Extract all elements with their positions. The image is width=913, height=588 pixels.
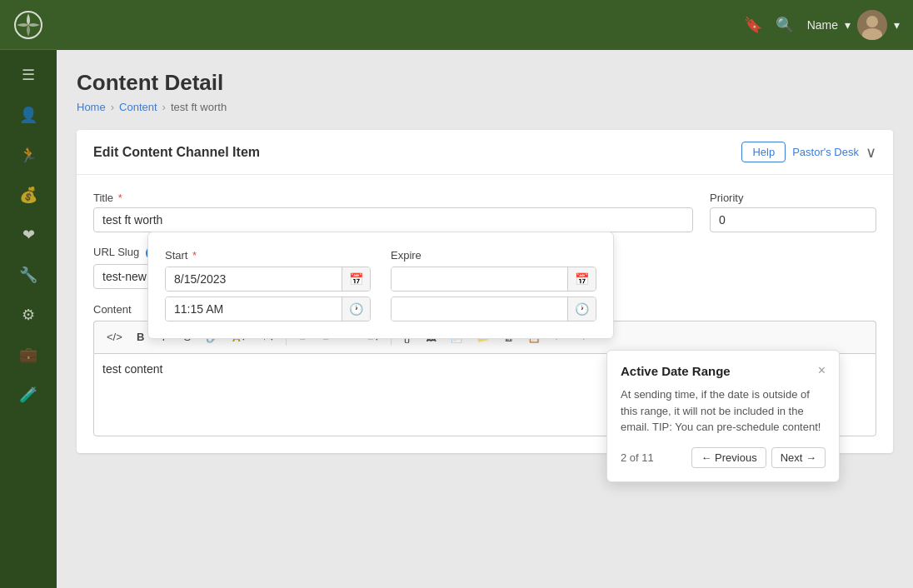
chevron-down-icon[interactable]: ∨ — [866, 143, 876, 162]
page-title: Content Detail — [77, 70, 893, 96]
briefcase-icon: 💼 — [19, 346, 37, 364]
topnav: 🔖 🔍 Name ▾ ▾ — [57, 0, 913, 50]
start-time-input-group: 🕐 — [165, 296, 371, 321]
expire-time-input[interactable] — [392, 297, 567, 321]
tooltip-nav: ← Previous Next → — [691, 447, 826, 468]
activity-icon: 🏃 — [19, 146, 37, 164]
expire-label: Expire — [391, 249, 596, 262]
expire-time-clock-btn[interactable]: 🕐 — [567, 297, 596, 321]
calendar-icon-2: 📅 — [575, 272, 589, 286]
editor-text: test content — [102, 362, 162, 376]
expire-date-col: Expire 📅 🕐 — [391, 249, 596, 321]
start-date-input-group: 📅 — [165, 267, 371, 292]
expire-date-input-group: 📅 — [391, 267, 596, 292]
clock-icon-2: 🕐 — [575, 302, 589, 316]
breadcrumb-current: test ft worth — [171, 101, 227, 113]
title-group: Title * — [93, 192, 693, 232]
sidebar-item-menu[interactable]: ☰ — [10, 57, 47, 93]
sidebar-item-briefcase[interactable]: 💼 — [10, 336, 47, 373]
expire-time-input-group: 🕐 — [391, 296, 596, 321]
date-area-popup: Start * 📅 🕐 — [147, 232, 614, 339]
sidebar-item-health[interactable]: ❤ — [10, 217, 47, 253]
breadcrumb-content[interactable]: Content — [119, 101, 157, 113]
start-date-col: Start * 📅 🕐 — [165, 249, 371, 321]
menu-icon: ☰ — [22, 66, 35, 84]
page-content: Content Detail Home › Content › test ft … — [57, 50, 913, 588]
lab-icon: 🧪 — [19, 386, 37, 404]
sidebar-item-finance[interactable]: 💰 — [10, 177, 47, 213]
user-menu[interactable]: Name ▾ ▾ — [807, 10, 900, 40]
title-input[interactable] — [93, 207, 693, 232]
sidebar-nav: ☰ 👤 🏃 💰 ❤ 🔧 ⚙ 💼 🧪 — [10, 50, 47, 588]
tooltip-counter: 2 of 11 — [621, 451, 654, 464]
sidebar-item-lab[interactable]: 🧪 — [10, 376, 47, 413]
tooltip-close-button[interactable]: × — [818, 364, 826, 377]
active-date-range-tooltip: Active Date Range × At sending time, if … — [606, 350, 840, 482]
sidebar-item-activity[interactable]: 🏃 — [10, 137, 47, 173]
title-priority-row: Title * Priority — [93, 192, 876, 232]
start-date-input[interactable] — [166, 267, 342, 291]
tools-icon: 🔧 — [19, 266, 37, 284]
tooltip-prev-button[interactable]: ← Previous — [691, 447, 766, 468]
expire-date-calendar-btn[interactable]: 📅 — [567, 267, 596, 291]
user-name: Name — [807, 18, 838, 32]
bookmark-icon[interactable]: 🔖 — [744, 16, 762, 34]
breadcrumb-home[interactable]: Home — [77, 101, 106, 113]
tooltip-header: Active Date Range × — [621, 364, 826, 378]
start-date-calendar-btn[interactable]: 📅 — [342, 267, 370, 291]
health-icon: ❤ — [22, 226, 35, 244]
person-icon: 👤 — [19, 106, 37, 124]
priority-input[interactable] — [710, 207, 876, 232]
expire-date-input[interactable] — [392, 267, 567, 291]
calendar-icon: 📅 — [349, 272, 363, 286]
sidebar-item-settings[interactable]: ⚙ — [10, 296, 47, 333]
breadcrumb-sep-1: › — [111, 101, 114, 113]
sidebar: ☰ 👤 🏃 💰 ❤ 🔧 ⚙ 💼 🧪 — [0, 0, 57, 588]
svg-point-2 — [866, 16, 878, 27]
search-icon[interactable]: 🔍 — [776, 16, 794, 34]
clock-icon: 🕐 — [349, 302, 363, 316]
card-header: Edit Content Channel Item Help Pastor's … — [77, 130, 893, 175]
title-label: Title * — [93, 192, 693, 204]
avatar — [857, 10, 887, 40]
user-dropdown-chevron: ▾ — [894, 18, 900, 32]
dropdown-icon: ▾ — [845, 18, 851, 32]
toolbar-code-btn[interactable]: </> — [101, 326, 128, 348]
priority-group: Priority — [710, 192, 876, 232]
channel-button[interactable]: Pastor's Desk — [792, 146, 859, 158]
start-label: Start * — [165, 249, 371, 262]
title-required: * — [118, 192, 122, 204]
tooltip-next-button[interactable]: Next → — [771, 447, 826, 468]
sidebar-item-tools[interactable]: 🔧 — [10, 257, 47, 293]
sidebar-logo[interactable] — [0, 0, 57, 50]
sidebar-item-person[interactable]: 👤 — [10, 97, 47, 133]
start-required: * — [192, 249, 197, 262]
tooltip-footer: 2 of 11 ← Previous Next → — [621, 447, 826, 468]
settings-icon: ⚙ — [22, 306, 35, 324]
help-button[interactable]: Help — [741, 142, 786, 162]
finance-icon: 💰 — [19, 186, 37, 204]
breadcrumb-sep-2: › — [162, 101, 166, 113]
date-row: Start * 📅 🕐 — [165, 249, 596, 321]
start-time-input[interactable] — [166, 297, 342, 321]
breadcrumb: Home › Content › test ft worth — [77, 101, 893, 113]
tooltip-title: Active Date Range — [621, 364, 731, 378]
main-area: 🔖 🔍 Name ▾ ▾ Content Detail Home › Conte… — [57, 0, 913, 588]
tooltip-body: At sending time, if the date is outside … — [621, 386, 826, 436]
card-header-actions: Help Pastor's Desk ∨ — [741, 142, 876, 162]
start-time-clock-btn[interactable]: 🕐 — [342, 297, 370, 321]
priority-label: Priority — [710, 192, 876, 204]
card-title: Edit Content Channel Item — [93, 145, 260, 160]
